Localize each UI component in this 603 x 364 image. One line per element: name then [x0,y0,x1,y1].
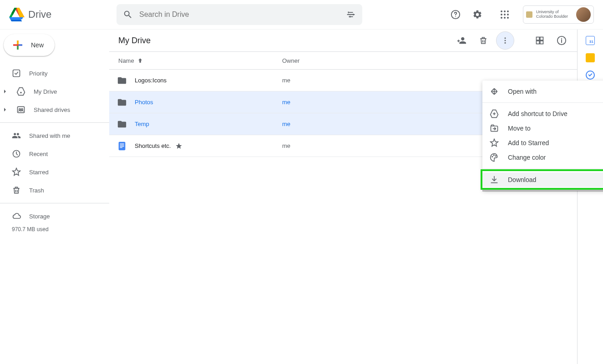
sidebar-item-label: Starred [29,169,49,176]
svg-rect-23 [540,41,543,44]
svg-rect-27 [120,145,124,145]
menu-label: Change color [508,154,546,161]
svg-rect-21 [540,37,543,40]
move-icon [490,124,499,133]
file-name: Logos:Icons [135,77,282,84]
content: My Drive [109,30,578,364]
doc-icon [117,141,127,151]
svg-rect-22 [537,41,540,44]
svg-point-3 [504,10,506,12]
new-button-label: New [31,41,44,49]
header: Drive University of Colorado Boulder [0,0,603,29]
sidebar-item-recent[interactable]: Recent [0,145,109,163]
menu-download[interactable]: Download [482,172,603,187]
apps-button[interactable] [496,5,514,24]
sidebar-item-priority[interactable]: Priority [0,64,109,82]
sidebar-item-label: Trash [29,187,44,194]
search-icon [123,10,133,20]
menu-add-shortcut[interactable]: Add shortcut to Drive [482,106,603,121]
sidebar-item-starred[interactable]: Starred [0,163,109,181]
search-input[interactable] [139,10,340,19]
svg-point-6 [504,14,506,15]
storage-usage: 970.7 MB used [0,226,109,233]
svg-point-17 [505,37,506,39]
sidebar-item-trash[interactable]: Trash [0,181,109,199]
folder-icon [117,76,127,86]
share-button[interactable] [452,31,471,50]
keep-app-icon[interactable] [586,53,595,62]
menu-add-starred[interactable]: Add to Starred [482,136,603,150]
help-button[interactable] [446,5,465,24]
sidebar-item-label: My Drive [34,88,57,95]
file-owner: me [282,121,373,127]
grid-view-button[interactable] [531,31,549,50]
logo-area[interactable]: Drive [4,8,117,21]
file-name-text: Shortcuts etc. [135,142,171,149]
tasks-app-icon[interactable] [586,71,595,80]
svg-point-18 [505,40,506,41]
file-owner: me [282,99,373,106]
svg-point-7 [507,14,509,15]
sidebar-item-shareddrives[interactable]: Shared drives [0,101,109,119]
sidebar-item-label: Shared drives [34,106,70,113]
palette-icon [490,153,499,162]
menu-change-color[interactable]: Change color [482,150,603,165]
column-name[interactable]: Name [109,57,282,64]
sidebar-item-label: Recent [29,151,48,157]
side-panel: 31 + [578,30,603,364]
menu-label: Download [508,176,536,183]
account-switcher[interactable]: University of Colorado Boulder [523,5,594,24]
sidebar: New Priority My Drive Shared drives Shar… [0,30,109,364]
open-with-icon [490,87,499,96]
svg-rect-13 [18,106,25,112]
sidebar-item-label: Storage [29,213,50,220]
new-button[interactable]: New [4,34,55,56]
avatar [576,7,591,22]
sidebar-item-storage[interactable]: Storage [0,207,109,225]
body: New Priority My Drive Shared drives Shar… [0,29,603,364]
svg-rect-29 [120,147,122,147]
header-right: University of Colorado Boulder [446,5,599,24]
svg-point-1 [455,16,456,17]
caret-right-icon[interactable] [2,107,8,112]
file-name: Photos [135,99,282,106]
calendar-app-icon[interactable]: 31 [586,36,595,45]
settings-button[interactable] [468,5,486,24]
svg-rect-28 [120,146,124,147]
plus-icon [11,38,25,52]
svg-point-9 [504,17,506,19]
more-actions-button[interactable] [496,31,514,50]
menu-open-with[interactable]: Open with [482,84,603,99]
org-logo-icon [526,11,532,18]
menu-separator [482,102,603,103]
sidebar-separator [0,203,109,203]
svg-point-32 [493,155,494,156]
trash-icon [12,186,21,195]
file-name: Temp [135,121,282,127]
file-owner: me [282,77,373,84]
svg-point-15 [21,109,23,110]
sidebar-item-mydrive[interactable]: My Drive [0,82,109,101]
sidebar-item-sharedwithme[interactable]: Shared with me [0,126,109,145]
search-options-icon[interactable] [346,10,356,20]
table-header: Name Owner [109,51,577,70]
delete-button[interactable] [474,31,492,50]
file-owner: me [282,142,373,149]
details-button[interactable] [552,31,571,50]
svg-rect-26 [120,143,124,144]
recent-icon [12,149,21,158]
folder-icon [117,119,127,129]
svg-point-10 [507,17,509,19]
menu-move-to[interactable]: Move to [482,121,603,136]
priority-icon [12,69,21,78]
column-owner[interactable]: Owner [282,57,373,64]
search-bar[interactable] [117,4,362,25]
svg-point-31 [492,157,493,157]
sidebar-separator [0,122,109,123]
main: My Drive [109,30,603,364]
download-icon [490,175,499,184]
caret-right-icon[interactable] [2,89,8,94]
svg-rect-11 [13,70,20,77]
sidebar-nav: Priority My Drive Shared drives Shared w… [0,64,109,233]
svg-point-4 [507,10,509,12]
